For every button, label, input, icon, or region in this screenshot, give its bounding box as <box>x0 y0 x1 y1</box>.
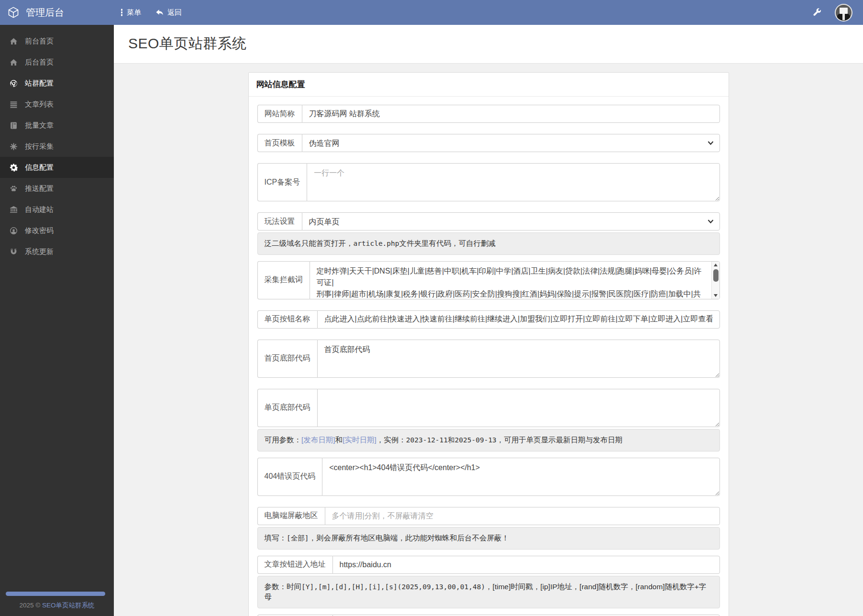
sidebar-item-article-list[interactable]: 文章列表 <box>0 94 114 115</box>
play-mode-label: 玩法设置 <box>257 212 302 231</box>
sidebar-item-admin-home[interactable]: 后台首页 <box>0 52 114 73</box>
sidebar-item-label: 修改密码 <box>25 226 54 235</box>
menu-toggle[interactable]: 菜单 <box>121 8 141 17</box>
field-button-url-mode: 按钮进入地址方式 文章可自定义进入地址 <box>257 615 720 616</box>
home-icon <box>10 37 18 45</box>
sidebar-item-front-home[interactable]: 前台首页 <box>0 31 114 52</box>
page-title: SEO单页站群系统 <box>128 34 849 54</box>
paw-icon <box>10 185 18 193</box>
avatar-sign <box>840 8 848 14</box>
play-mode-select[interactable]: 内页单页 <box>302 212 720 231</box>
field-home-template: 首页模板 伪造官网 <box>257 134 720 152</box>
brand-title: 管理后台 <box>26 6 64 19</box>
sidebar-item-site-group-config[interactable]: 站群配置 <box>0 73 114 94</box>
sidebar-item-label: 自动建站 <box>25 205 54 214</box>
sidebar-item-label: 信息配置 <box>25 163 54 172</box>
topbar-right <box>813 4 863 22</box>
sidebar-footer: 2025 © SEO单页站群系统 <box>0 601 114 610</box>
button-names-input[interactable] <box>317 310 720 329</box>
user-avatar[interactable] <box>835 4 852 22</box>
field-home-footer-code: 首页底部代码 首页底部代码 <box>257 340 720 378</box>
publish-date-param: [发布日期] <box>301 436 335 444</box>
button-url-mode-label: 按钮进入地址方式 <box>257 615 332 616</box>
play-mode-help: 泛二级域名只能首页打开，article.php文件夹里有代码，可自行删减 <box>257 232 720 255</box>
field-site-name: 网站简称 <box>257 105 720 123</box>
sidebar-item-label: 站群配置 <box>25 79 54 88</box>
button-url-mode-select[interactable]: 文章可自定义进入地址 <box>332 615 720 616</box>
field-block-region: 电脑端屏蔽地区 填写：[全部]，则会屏蔽所有地区电脑端，此功能对蜘蛛和后台不会屏… <box>257 507 720 550</box>
sidebar-item-label: 批量文章 <box>25 121 54 130</box>
copyright-text: 2025 © <box>20 602 42 609</box>
sidebar-item-auto-build[interactable]: 自动建站 <box>0 199 114 220</box>
home-template-select[interactable]: 伪造官网 <box>302 134 720 152</box>
block-words-label: 采集拦截词 <box>257 261 310 299</box>
scroll-down-arrow[interactable] <box>714 294 718 297</box>
wrench-icon[interactable] <box>813 8 821 17</box>
button-names-label: 单页按钮名称 <box>257 310 317 329</box>
sidebar-menu: 前台首页 后台首页 站群配置 文章列表 批量文章 按行采集 信息配置 推送配置 <box>0 25 114 262</box>
icp-textarea[interactable] <box>307 163 719 201</box>
scroll-up-arrow[interactable] <box>714 264 718 266</box>
user-circle-icon <box>10 227 18 235</box>
home-icon <box>10 58 18 66</box>
back-link[interactable]: 返回 <box>155 8 182 17</box>
list-icon <box>10 100 18 109</box>
block-region-label: 电脑端屏蔽地区 <box>257 507 325 525</box>
page-footer-code-label: 单页底部代码 <box>257 389 317 427</box>
field-button-names: 单页按钮名称 <box>257 310 720 329</box>
sidebar-item-label: 文章列表 <box>25 100 54 109</box>
undo-arrow-icon <box>155 9 164 16</box>
main-area: SEO单页站群系统 网站信息配置 网站简称 首页模板 <box>114 25 863 616</box>
card-body: 网站简称 首页模板 伪造官网 <box>249 97 729 616</box>
page-footer-code-textarea[interactable] <box>317 389 720 427</box>
home-footer-code-label: 首页底部代码 <box>257 340 317 378</box>
sidebar-item-label: 按行采集 <box>25 142 54 151</box>
top-nav-links: 菜单 返回 <box>121 8 182 17</box>
site-info-config-card: 网站信息配置 网站简称 首页模板 伪造官网 <box>248 72 729 616</box>
page-header: SEO单页站群系统 <box>114 25 863 64</box>
bank-icon <box>10 206 18 214</box>
sidebar-item-batch-articles[interactable]: 批量文章 <box>0 115 114 136</box>
burst-icon <box>10 143 18 151</box>
field-page-footer-code: 单页底部代码 可用参数：[发布日期]和[实时日期]，实例：2023-12-11和… <box>257 389 720 451</box>
sidebar-scrollbar-thumb[interactable] <box>6 592 105 596</box>
block-region-help: 填写：[全部]，则会屏蔽所有地区电脑端，此功能对蜘蛛和后台不会屏蔽！ <box>257 527 720 550</box>
block-words-textarea[interactable]: 定时炸弹|天天干|DNS|床垫|儿童|慈善|中职|机车|印刷|中学|酒店|卫生|… <box>310 261 720 299</box>
site-name-input[interactable] <box>302 105 720 123</box>
cube-icon <box>7 6 20 19</box>
footer-brand-link[interactable]: SEO单页站群系统 <box>42 602 95 609</box>
back-label: 返回 <box>167 8 182 17</box>
field-article-button-url: 文章按钮进入地址 参数：时间[Y],[m],[d],[H],[i],[s](20… <box>257 556 720 608</box>
site-name-label: 网站简称 <box>257 105 302 123</box>
field-error404: 404错误页代码 <center><h1>404错误页代码</center></… <box>257 458 720 496</box>
content-area: 网站信息配置 网站简称 首页模板 伪造官网 <box>114 64 863 616</box>
field-block-words: 采集拦截词 定时炸弹|天天干|DNS|床垫|儿童|慈善|中职|机车|印刷|中学|… <box>257 261 720 299</box>
ellipsis-vertical-icon <box>121 9 123 16</box>
sidebar-item-change-password[interactable]: 修改密码 <box>0 220 114 241</box>
home-footer-code-textarea[interactable]: 首页底部代码 <box>317 340 720 378</box>
realtime-date-param: [实时日期] <box>343 436 376 444</box>
field-icp: ICP备案号 <box>257 163 720 201</box>
sidebar-item-info-config[interactable]: 信息配置 <box>0 157 114 178</box>
app-brand[interactable]: 管理后台 <box>0 6 114 19</box>
menu-label: 菜单 <box>127 8 141 17</box>
card-title: 网站信息配置 <box>249 73 729 97</box>
sidebar-item-push-config[interactable]: 推送配置 <box>0 178 114 199</box>
sidebar-item-label: 推送配置 <box>25 184 54 193</box>
error404-textarea[interactable]: <center><h1>404错误页代码</center></h1> <box>322 458 719 496</box>
block-region-input[interactable] <box>325 507 720 525</box>
sidebar-item-line-collect[interactable]: 按行采集 <box>0 136 114 157</box>
date-params-help: 可用参数：[发布日期]和[实时日期]，实例：2023-12-11和2025-09… <box>257 429 720 451</box>
textarea-scrollbar[interactable] <box>711 262 719 299</box>
magnet-icon <box>10 248 18 256</box>
icp-label: ICP备案号 <box>257 163 307 201</box>
home-template-label: 首页模板 <box>257 134 302 152</box>
article-button-url-label: 文章按钮进入地址 <box>257 556 332 574</box>
article-button-url-input[interactable] <box>332 556 720 574</box>
scrollbar-thumb[interactable] <box>713 269 719 282</box>
sidebar-item-system-update[interactable]: 系统更新 <box>0 241 114 262</box>
sidebar: 前台首页 后台首页 站群配置 文章列表 批量文章 按行采集 信息配置 推送配置 <box>0 25 114 616</box>
sidebar-item-label: 后台首页 <box>25 58 54 67</box>
book-icon <box>10 121 18 130</box>
avatar-arm <box>842 14 845 20</box>
